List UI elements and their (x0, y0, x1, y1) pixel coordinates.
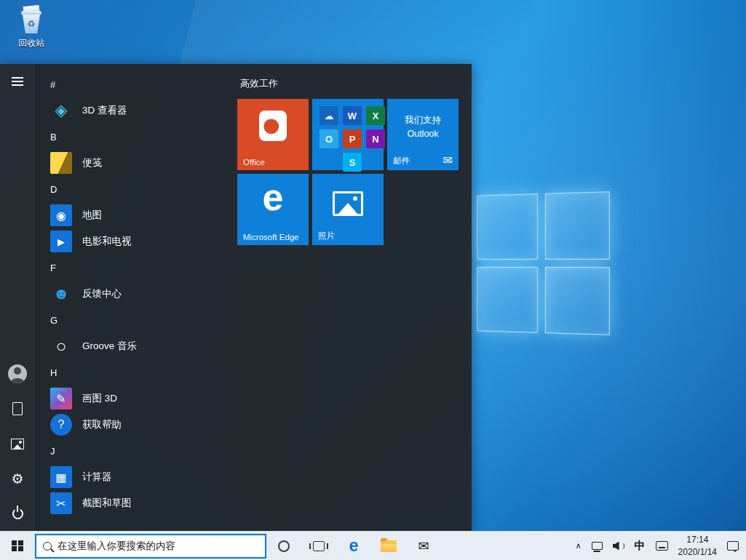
app-list-section-B[interactable]: B (48, 124, 233, 150)
app-list-section-H[interactable]: H (48, 359, 233, 385)
app-label: 截图和草图 (82, 497, 132, 510)
network-button[interactable] (592, 542, 603, 550)
recycle-bin[interactable]: ♻ 回收站 (7, 6, 55, 49)
app-item-paint-3d[interactable]: ✎画图 3D (48, 385, 233, 412)
app-label: 计算器 (82, 471, 112, 484)
app-item-groove-music[interactable]: ○Groove 音乐 (48, 333, 233, 359)
3d-viewer-icon: ◈ (50, 100, 72, 121)
task-view-icon (313, 541, 325, 551)
windows-logo-wallpaper (477, 191, 610, 335)
edge-icon: e (349, 537, 359, 554)
app-label: Groove 音乐 (82, 340, 137, 353)
app-item-feedback-hub[interactable]: ☻反馈中心 (48, 281, 233, 307)
word-mini-icon: W (343, 106, 362, 125)
expand-menu-button[interactable] (0, 64, 35, 99)
section-letter: B (50, 132, 57, 143)
app-list-section-#[interactable]: # (48, 71, 233, 97)
task-view-button[interactable] (301, 532, 336, 560)
app-label: 获取帮助 (82, 418, 122, 431)
calculator-icon: ▦ (50, 466, 72, 488)
gear-icon: ⚙ (11, 472, 23, 486)
ime-mode-button[interactable]: 中 (635, 539, 646, 553)
mail-taskbar-button[interactable]: ✉ (406, 532, 441, 560)
network-icon (592, 542, 603, 550)
section-letter: # (50, 79, 55, 90)
app-item-movies-tv[interactable]: ▶电影和电视 (48, 228, 233, 255)
app-label: 画图 3D (82, 392, 117, 405)
edge-taskbar-button[interactable]: e (336, 532, 371, 560)
cortana-button[interactable] (266, 532, 301, 560)
taskbar-search-box[interactable] (35, 534, 266, 559)
tile-office[interactable]: Office (237, 99, 309, 170)
skype-mini-icon: S (343, 153, 362, 172)
tiles-panel: 高效工作 Office ☁WXOPNS 我们支持 Outlook 邮件 ✉ e … (233, 64, 472, 531)
section-letter: D (50, 184, 57, 195)
tile-edge[interactable]: e Microsoft Edge (237, 174, 309, 245)
windows-logo-pane (477, 193, 538, 260)
envelope-icon: ✉ (443, 153, 453, 167)
section-letter: H (50, 367, 57, 378)
app-list-section-G[interactable]: G (48, 307, 233, 333)
tile-photos[interactable]: 照片 (312, 174, 384, 245)
power-icon (12, 508, 23, 519)
app-list-section-J[interactable]: J (48, 438, 233, 464)
movies-tv-icon: ▶ (50, 231, 72, 252)
windows-logo-pane (545, 191, 610, 260)
app-list-section-D[interactable]: D (48, 176, 233, 202)
section-letter: J (50, 446, 55, 457)
mail-tile-message: 我们支持 Outlook (387, 113, 459, 141)
feedback-hub-icon: ☻ (50, 283, 72, 305)
folder-icon (381, 540, 397, 552)
touch-keyboard-button[interactable] (656, 541, 668, 551)
edge-icon: e (237, 178, 309, 216)
snip-sketch-icon: ✂ (50, 492, 72, 514)
clock-button[interactable]: 17:14 2020/1/14 (678, 534, 717, 557)
mail-tile-line2: Outlook (407, 129, 438, 139)
pictures-button[interactable] (0, 426, 35, 461)
action-center-button[interactable] (727, 541, 739, 551)
recycle-arrows-icon: ♻ (28, 19, 36, 29)
volume-button[interactable] (613, 542, 624, 551)
app-label: 反馈中心 (82, 287, 122, 300)
recycle-bin-label: 回收站 (18, 37, 44, 49)
tray-date: 2020/1/14 (678, 546, 717, 558)
tile-grid: Office ☁WXOPNS 我们支持 Outlook 邮件 ✉ e Micro… (237, 99, 466, 245)
tile-group-header[interactable]: 高效工作 (240, 77, 466, 90)
windows-logo-pane (477, 267, 538, 333)
app-list: #◈3D 查看器B便笺D◉地图▶电影和电视F☻反馈中心G○Groove 音乐H✎… (35, 64, 233, 531)
app-item-calculator[interactable]: ▦计算器 (48, 464, 233, 490)
app-list-section-F[interactable]: F (48, 255, 233, 281)
mail-tile-line1: 我们支持 (405, 115, 441, 125)
section-letter: F (50, 263, 56, 273)
app-item-sticky-notes[interactable]: 便笺 (48, 150, 233, 176)
action-center-icon (727, 541, 739, 551)
show-hidden-icons-button[interactable]: ∧ (576, 541, 582, 551)
app-label: 3D 查看器 (82, 104, 127, 117)
tray-time: 17:14 (686, 534, 708, 545)
taskbar: e ✉ ∧ 中 17:14 2020/1/14 (0, 531, 746, 560)
user-account-button[interactable] (0, 356, 35, 391)
documents-button[interactable] (0, 391, 35, 426)
pictures-icon (11, 439, 24, 449)
powerpoint-mini-icon: P (343, 129, 362, 148)
tile-edge-label: Microsoft Edge (243, 233, 299, 241)
rail-bottom-group: ⚙ (0, 356, 35, 531)
app-label: 便笺 (82, 156, 102, 169)
app-item-snip-sketch[interactable]: ✂截图和草图 (48, 490, 233, 516)
file-explorer-button[interactable] (371, 532, 406, 560)
app-item-3d-viewer[interactable]: ◈3D 查看器 (48, 97, 233, 124)
power-button[interactable] (0, 496, 35, 531)
start-button[interactable] (0, 532, 35, 560)
tile-office-label: Office (243, 158, 265, 167)
windows-start-icon (12, 540, 23, 552)
app-item-get-help[interactable]: ?获取帮助 (48, 412, 233, 438)
search-input[interactable] (57, 540, 258, 551)
outlook-mini-icon: O (320, 129, 338, 148)
tile-mail[interactable]: 我们支持 Outlook 邮件 ✉ (387, 99, 459, 170)
recycle-bin-icon: ♻ (20, 6, 42, 35)
app-item-maps[interactable]: ◉地图 (48, 202, 233, 228)
keyboard-icon (656, 541, 668, 551)
settings-button[interactable]: ⚙ (0, 461, 35, 496)
paint-3d-icon: ✎ (50, 388, 72, 409)
tile-office-apps-group[interactable]: ☁WXOPNS (312, 99, 384, 170)
